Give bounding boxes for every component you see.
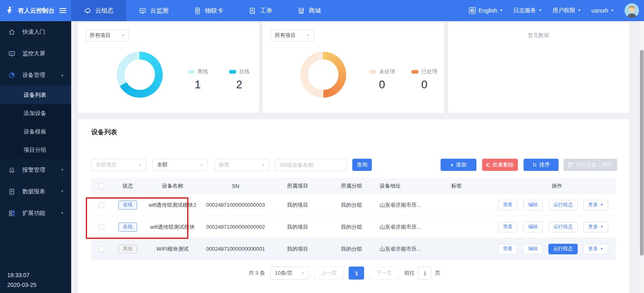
device-project: 我的项目 bbox=[270, 223, 325, 231]
next-page-button[interactable]: 下一页 bbox=[369, 267, 399, 280]
sidebar-item-alarm-management[interactable]: 报警管理 ▼ bbox=[0, 159, 71, 181]
status-filter-select[interactable]: 全部 ▼ bbox=[153, 159, 208, 171]
select-all-checkbox[interactable] bbox=[98, 183, 104, 189]
goto-page-input[interactable] bbox=[418, 267, 432, 280]
device-name: WIFI模块测试 bbox=[144, 245, 201, 253]
table-row: 在线 wifi透传组测试模块 00024871000000000002 我的项目… bbox=[91, 216, 616, 238]
navbar-right: English ▼ 日志服务 ▼ 用户权限 ▼ usrsxh ▼ bbox=[469, 3, 644, 18]
avatar[interactable] bbox=[624, 3, 639, 18]
sidebar-item-device-list[interactable]: 设备列表 bbox=[0, 86, 71, 104]
query-button[interactable]: 查询 bbox=[352, 159, 372, 171]
status-badge: 在线 bbox=[118, 201, 137, 210]
device-group: 我的分组 bbox=[325, 245, 378, 253]
divider bbox=[458, 24, 629, 24]
total-count: 共 3 条 bbox=[249, 269, 265, 277]
tab-work-order[interactable]: 工单 bbox=[236, 0, 285, 21]
clock-date: 2020-03-25 bbox=[7, 280, 37, 290]
device-status-card: 所有项目 ▼ 离线 1 在线 2 bbox=[78, 22, 259, 113]
sidebar-item-extensions[interactable]: 扩展功能 ▼ bbox=[0, 202, 71, 224]
tab-cloud-monitor[interactable]: 云监测 bbox=[126, 0, 181, 21]
chevron-down-icon: ▼ bbox=[301, 271, 305, 275]
goto-page: 前往 页 bbox=[404, 267, 440, 280]
chevron-down-icon: ▼ bbox=[61, 168, 64, 172]
more-button[interactable]: 更多▼ bbox=[583, 222, 608, 232]
device-management-submenu: 设备列表 添加设备 设备模板 项目分组 bbox=[0, 86, 71, 159]
more-button[interactable]: 更多▼ bbox=[583, 200, 608, 210]
row-checkbox[interactable] bbox=[98, 224, 104, 230]
sidebar-item-quick-start[interactable]: 快速入门 bbox=[0, 21, 71, 43]
status-badge: 在线 bbox=[118, 223, 137, 232]
sidebar-clock: 18:33:07 2020-03-25 bbox=[7, 270, 37, 290]
tab-mall[interactable]: 商城 bbox=[285, 0, 334, 21]
edit-button[interactable]: 编辑 bbox=[523, 244, 543, 254]
sidebar-item-project-group[interactable]: 项目分组 bbox=[0, 141, 71, 159]
alarm-status-donut-chart bbox=[300, 52, 346, 98]
log-service-dropdown[interactable]: 日志服务 ▼ bbox=[513, 7, 542, 14]
pagination: 共 3 条 10条/页 ▼ 上一页 1 下一页 前往 页 bbox=[249, 267, 440, 280]
header-group: 所属分组 bbox=[325, 182, 378, 190]
sidebar-item-device-template[interactable]: 设备模板 bbox=[0, 122, 71, 141]
offline-count: 1 bbox=[194, 79, 201, 91]
batch-delete-button[interactable]: C 批量删除 bbox=[482, 159, 518, 171]
monitor-icon bbox=[139, 7, 146, 15]
scrollbar-track[interactable] bbox=[640, 21, 644, 293]
unprocessed-swatch bbox=[369, 70, 376, 74]
page-size-select[interactable]: 10条/页 ▼ bbox=[270, 267, 309, 280]
sidebar-item-data-report[interactable]: 数据报表 ▼ bbox=[0, 181, 71, 202]
chevron-down-icon: ▼ bbox=[578, 9, 581, 12]
nav-tabs: 云组态 云监测 物联卡 bbox=[71, 0, 334, 21]
pie-chart-icon bbox=[8, 72, 15, 79]
user-rights-dropdown[interactable]: 用户权限 ▼ bbox=[552, 7, 581, 14]
device-table: 状态 设备名称 SN 所属项目 所属分组 设备地址 标签 操作 在线 wifi透… bbox=[91, 178, 616, 260]
scrollbar-thumb[interactable] bbox=[640, 50, 644, 256]
device-status-donut-chart bbox=[117, 52, 163, 98]
view-button[interactable]: 查看 bbox=[498, 222, 517, 232]
header-status: 状态 bbox=[111, 182, 144, 190]
run-scada-button[interactable]: 运行组态 bbox=[548, 222, 578, 232]
sidebar-item-device-management[interactable]: 设备管理 ▲ bbox=[0, 64, 71, 86]
alarm-bell-icon bbox=[8, 166, 15, 174]
brand[interactable]: 有人云控制台 bbox=[0, 5, 71, 16]
edit-button[interactable]: 编辑 bbox=[523, 200, 543, 210]
run-scada-button[interactable]: 运行组态 bbox=[548, 200, 578, 210]
run-scada-button[interactable]: 运行组态 bbox=[548, 244, 578, 254]
header-address: 设备地址 bbox=[378, 182, 443, 190]
more-button[interactable]: 更多▼ bbox=[583, 244, 608, 254]
usr-logo-icon bbox=[4, 5, 15, 16]
edit-button[interactable]: 编辑 bbox=[523, 222, 543, 232]
sidebar-item-monitor-screen[interactable]: 监控大屏 bbox=[0, 43, 71, 64]
tab-iot-card[interactable]: 物联卡 bbox=[181, 0, 236, 21]
sidebar-item-add-device[interactable]: 添加设备 bbox=[0, 104, 71, 122]
row-checkbox[interactable] bbox=[98, 246, 104, 252]
add-device-button[interactable]: + 添加 bbox=[441, 159, 476, 171]
current-page-button[interactable]: 1 bbox=[349, 267, 364, 280]
language-dropdown[interactable]: English ▼ bbox=[469, 7, 503, 14]
chevron-down-icon: ▼ bbox=[600, 247, 603, 251]
sort-button[interactable]: 排序 bbox=[524, 159, 559, 171]
project-filter-select[interactable]: 全部项目 ▼ bbox=[91, 159, 146, 171]
hamburger-menu-icon[interactable] bbox=[59, 8, 66, 13]
chevron-up-icon: ▲ bbox=[61, 73, 64, 77]
search-input[interactable] bbox=[279, 162, 343, 168]
table-header-row: 状态 设备名称 SN 所属项目 所属分组 设备地址 标签 操作 bbox=[91, 178, 616, 194]
big-screen-icon bbox=[8, 50, 15, 57]
view-button[interactable]: 查看 bbox=[498, 200, 517, 210]
qr-code-icon bbox=[568, 162, 573, 167]
tag-filter-select[interactable]: 标签 ▼ bbox=[214, 159, 269, 171]
work-order-icon bbox=[249, 7, 256, 15]
view-button[interactable]: 查看 bbox=[498, 244, 517, 254]
project-filter-select[interactable]: 所有项目 ▼ bbox=[271, 29, 314, 42]
row-checkbox[interactable] bbox=[98, 202, 104, 208]
device-group: 我的分组 bbox=[325, 201, 378, 209]
search-field bbox=[275, 159, 347, 171]
chevron-down-icon: ▼ bbox=[500, 9, 503, 12]
username-dropdown[interactable]: usrsxh ▼ bbox=[592, 7, 614, 14]
refresh-icon: C bbox=[486, 162, 490, 168]
tab-cloud-scada[interactable]: 云组态 bbox=[71, 0, 126, 21]
prev-page-button[interactable]: 上一页 bbox=[314, 267, 343, 280]
header-sn: SN bbox=[201, 183, 270, 189]
project-filter-select[interactable]: 所有项目 ▼ bbox=[85, 29, 129, 42]
legend-offline: 离线 1 bbox=[179, 68, 216, 91]
offline-swatch bbox=[188, 70, 195, 74]
device-project: 我的项目 bbox=[270, 245, 325, 253]
